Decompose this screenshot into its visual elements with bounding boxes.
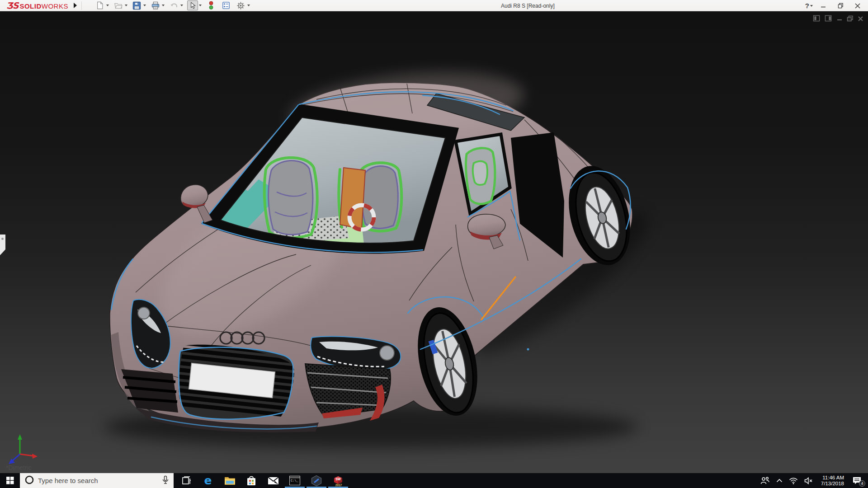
doc-restore-icon[interactable]	[847, 15, 854, 23]
store-icon	[246, 475, 256, 486]
undo-button[interactable]	[169, 0, 183, 10]
taskbar-store[interactable]	[241, 473, 262, 488]
help-dropdown-caret[interactable]	[810, 5, 813, 7]
pane-left-icon[interactable]	[813, 15, 821, 23]
undo-dropdown-caret[interactable]	[180, 5, 183, 6]
file-properties-icon	[221, 0, 231, 10]
svg-text:2017: 2017	[335, 483, 342, 486]
new-dropdown-caret[interactable]	[106, 5, 109, 6]
help-button[interactable]: ?	[805, 2, 813, 9]
taskbar-file-explorer[interactable]	[219, 473, 241, 488]
new-document-icon	[94, 0, 105, 10]
command-prompt-icon: C:\_	[289, 476, 300, 485]
doc-minimize-icon[interactable]	[836, 15, 843, 23]
open-folder-icon	[113, 0, 124, 10]
wifi-button[interactable]	[786, 473, 801, 488]
file-explorer-icon	[224, 476, 236, 485]
close-button[interactable]	[851, 1, 864, 11]
graphics-viewport[interactable]: *Dimetric	[0, 11, 868, 473]
select-cursor-icon	[187, 0, 198, 10]
minimize-button[interactable]	[816, 1, 830, 11]
new-button[interactable]	[94, 0, 109, 10]
edge-icon: e	[204, 475, 212, 486]
taskbar-edge[interactable]: e	[197, 473, 219, 488]
people-icon	[760, 477, 770, 485]
chevron-up-icon	[776, 479, 783, 483]
car-model-audi-r8	[0, 11, 868, 473]
restore-button[interactable]	[834, 1, 847, 11]
document-title: Audi R8 S [Read-only]	[501, 0, 555, 11]
task-view-button[interactable]	[175, 473, 197, 488]
mail-icon	[268, 477, 279, 485]
taskbar-clock[interactable]: 11:46 AM 7/13/2018	[816, 475, 849, 487]
rebuild-button[interactable]	[206, 0, 217, 10]
save-button[interactable]	[132, 0, 146, 10]
save-floppy-icon	[132, 0, 142, 10]
print-dropdown-caret[interactable]	[162, 5, 165, 6]
clock-date: 7/13/2018	[821, 481, 844, 487]
solidworks-2017-icon: SW 2017	[332, 475, 344, 487]
volume-button[interactable]	[801, 473, 816, 488]
task-view-icon	[181, 476, 191, 485]
speaker-muted-icon	[804, 477, 813, 484]
taskbar: e C:\_ S	[0, 473, 868, 488]
search-input[interactable]	[34, 476, 162, 485]
taskbar-mail[interactable]	[262, 473, 284, 488]
clock-time: 11:46 AM	[822, 475, 844, 481]
hexagon-app-icon	[311, 475, 322, 487]
windows-logo-icon	[6, 477, 14, 484]
people-button[interactable]	[757, 473, 773, 488]
start-button[interactable]	[0, 473, 20, 488]
action-center-button[interactable]: 4	[849, 473, 868, 488]
print-icon	[150, 0, 161, 10]
tab-handle-dot	[1, 238, 4, 240]
system-tray: 11:46 AM 7/13/2018 4	[757, 473, 868, 488]
select-dropdown-caret[interactable]	[199, 5, 202, 6]
open-button[interactable]	[113, 0, 127, 10]
view-orientation-label: *Dimetric	[6, 464, 32, 471]
show-hidden-icons-button[interactable]	[773, 473, 786, 488]
doc-close-icon[interactable]	[858, 15, 863, 23]
titlebar: ƷS SOLID WORKS	[0, 0, 868, 11]
document-window-controls	[813, 15, 863, 23]
taskbar-search[interactable]	[20, 473, 174, 488]
svg-text:SW: SW	[335, 477, 341, 480]
toolbar-divider	[81, 1, 82, 10]
select-button[interactable]	[187, 0, 202, 10]
file-properties-button[interactable]	[221, 0, 231, 10]
rebuild-trafficlight-icon	[206, 0, 217, 10]
save-dropdown-caret[interactable]	[143, 5, 146, 6]
open-dropdown-caret[interactable]	[125, 5, 127, 6]
print-button[interactable]	[150, 0, 165, 10]
taskbar-command-prompt[interactable]: C:\_	[284, 473, 306, 488]
wifi-icon	[789, 477, 798, 484]
solidworks-logo: ƷS SOLID WORKS	[6, 0, 68, 10]
help-icon: ?	[805, 2, 809, 9]
options-dropdown-caret[interactable]	[247, 5, 250, 6]
pane-right-icon[interactable]	[825, 15, 832, 23]
solidworks-logo-glyph: ƷS	[6, 0, 18, 10]
microphone-icon[interactable]	[162, 475, 169, 486]
options-gear-icon	[236, 0, 246, 10]
options-button[interactable]	[236, 0, 250, 10]
taskbar-hexagon-app[interactable]	[306, 473, 327, 488]
window-controls: ?	[805, 0, 864, 11]
cortana-icon[interactable]	[24, 475, 34, 487]
menu-flyout-arrow-icon[interactable]	[74, 3, 77, 8]
notification-badge: 4	[859, 480, 865, 487]
undo-icon	[169, 0, 179, 10]
orientation-triad	[5, 432, 42, 468]
taskbar-solidworks-2017[interactable]: SW 2017	[327, 473, 349, 488]
